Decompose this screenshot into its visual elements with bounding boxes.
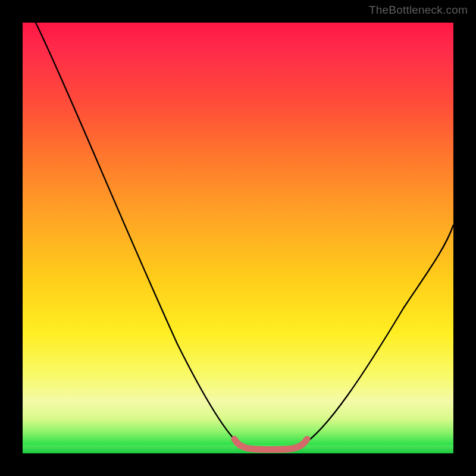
chart-frame: TheBottleneck.com	[0, 0, 476, 476]
watermark-text: TheBottleneck.com	[369, 4, 468, 17]
curve-layer	[23, 23, 453, 453]
min-marker	[234, 439, 307, 450]
plot-area	[23, 23, 453, 453]
curve-right	[300, 225, 453, 446]
curve-left	[36, 23, 242, 446]
